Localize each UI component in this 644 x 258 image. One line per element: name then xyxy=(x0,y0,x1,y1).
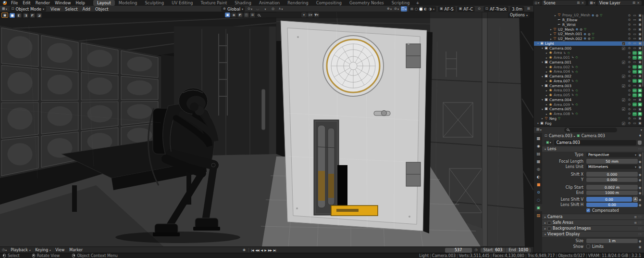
tab-animation[interactable]: Animation xyxy=(255,0,284,6)
play-reverse-button[interactable]: ◀ xyxy=(260,248,264,252)
lens-shift-v-slider[interactable]: 0.00 xyxy=(586,197,632,202)
outliner-row-u2-mesh-002[interactable]: ▸▽U2_Mesh.002⊕◍▽⊙▭▣ xyxy=(534,37,644,41)
select-mode-extend[interactable]: ◧ xyxy=(16,13,22,18)
properties-tab-scene-icon[interactable]: ◎ xyxy=(535,166,542,173)
disable-render-icon[interactable]: ▣ xyxy=(637,122,643,125)
tab-texture-paint[interactable]: Texture Paint xyxy=(197,0,231,6)
new-view-layer-icon[interactable]: ⊞ xyxy=(632,1,635,5)
hide-eye-icon[interactable]: ⊙ xyxy=(627,84,632,88)
outliner-row-area-007[interactable]: ▸◉Area.007↳◇⊙▭▣ xyxy=(534,79,644,84)
properties-tab-tool-icon[interactable]: ▩ xyxy=(535,135,542,142)
tab-geometry-nodes[interactable]: Geometry Nodes xyxy=(346,0,388,6)
panel-grip-icon[interactable]: ∷∷ xyxy=(638,147,642,151)
animate-dot[interactable]: ● xyxy=(638,186,642,189)
hide-eye-icon[interactable]: ⊙ xyxy=(627,70,632,74)
safe-areas-checkbox[interactable] xyxy=(547,221,551,225)
outliner-row-area-005[interactable]: ▸◉Area.005↳◇⊙▭▣ xyxy=(534,93,644,98)
new-scene-icon[interactable]: ⊞ xyxy=(577,1,580,5)
outliner-row-area-002[interactable]: ▸◉Area.002↳◇⊙▭▣ xyxy=(534,64,644,69)
exclude-checkbox[interactable]: ✓ xyxy=(622,47,625,50)
end-frame-field[interactable]: End1030 xyxy=(506,248,531,253)
select-mode-subtract[interactable]: ◨ xyxy=(23,13,28,18)
camera-panel-header[interactable]: ▸Camera≡∷∷ xyxy=(542,214,644,219)
outliner-row-camera-000[interactable]: ▾▣Camera.000✓⊙▭▣ xyxy=(534,46,644,51)
af-single-button[interactable]: ▣AF-S xyxy=(438,6,456,12)
remove-view-layer-icon[interactable]: × xyxy=(637,1,640,5)
fake-user-icon[interactable] xyxy=(638,141,642,145)
view-layer-name-field[interactable]: View Layer ⊞ × xyxy=(597,0,642,5)
disable-viewport-icon[interactable]: ▭ xyxy=(632,33,637,36)
hide-eye-icon[interactable]: ⊙ xyxy=(627,52,632,55)
background-images-panel-header[interactable]: ▸Background Images∷∷ xyxy=(542,225,644,231)
viewport-display-panel-header[interactable]: ▾Viewport Display∷∷ xyxy=(542,231,644,237)
proportional-editing-toggle[interactable]: ◎ xyxy=(270,6,276,12)
af-track-button[interactable]: ⊡AF-Track xyxy=(483,6,508,12)
outliner-row-camera-004[interactable]: ▾▣Camera.004✓⊙▭▣ xyxy=(534,98,644,103)
properties-scrollbar[interactable] xyxy=(642,152,644,195)
editor-type-button[interactable]: ▦▾ xyxy=(1,6,8,12)
menu-file[interactable]: File xyxy=(9,0,20,5)
expand-arrow-icon[interactable]: ▸ xyxy=(549,38,553,40)
panel-grip-icon[interactable]: ∷∷ xyxy=(638,227,642,231)
solid-shading-icon[interactable]: ● xyxy=(419,7,423,11)
disable-render-icon[interactable]: ▣ xyxy=(637,117,643,120)
animate-dot[interactable]: ● xyxy=(638,245,642,248)
filter-select-icon[interactable]: ◩ xyxy=(237,13,243,17)
animate-dot[interactable]: ● xyxy=(638,153,642,156)
panel-grip-icon[interactable]: ∷∷ xyxy=(638,215,642,219)
toggle-xray-icon[interactable]: ⊞ xyxy=(410,7,414,11)
disable-viewport-icon[interactable]: ▭ xyxy=(632,61,637,64)
hide-eye-icon[interactable]: ⊙ xyxy=(627,61,632,64)
outliner-row-area-004[interactable]: ▸◉Area.004↳◇⊙▭▣ xyxy=(534,69,644,74)
expand-arrow-icon[interactable]: ▸ xyxy=(549,28,553,31)
tab-compositing[interactable]: Compositing xyxy=(312,0,346,6)
properties-tab-view-layer-icon[interactable]: ▦ xyxy=(535,158,542,165)
properties-tab-texture-icon[interactable]: ▨ xyxy=(535,212,542,219)
panel-grip-icon[interactable]: ∷∷ xyxy=(638,232,642,236)
select-mode-intersect[interactable]: ◪ xyxy=(37,13,42,18)
start-frame-field[interactable]: Start603 xyxy=(481,248,506,253)
safe-areas-panel-header[interactable]: ▸Safe Areas≡∷∷ xyxy=(542,219,644,225)
outliner-row-area-009[interactable]: ▸◉Area.009↳◇⊙▭▣ xyxy=(534,102,644,107)
expand-arrow-icon[interactable]: ▸ xyxy=(545,103,548,106)
hide-eye-icon[interactable]: ⊙ xyxy=(627,75,632,78)
jump-to-end-button[interactable]: ▶| xyxy=(272,248,277,252)
outliner-row-r-wrist[interactable]: ⌐R_Wrist⊙▭▣ xyxy=(534,23,644,27)
properties-tab-constraints-icon[interactable]: ⊙ xyxy=(535,189,542,196)
camera-data-browse-button[interactable]: ▣▾ xyxy=(545,140,553,145)
hide-eye-icon[interactable]: ⊙ xyxy=(627,14,632,17)
hide-eye-icon[interactable]: ⊙ xyxy=(627,56,632,59)
disable-viewport-icon[interactable]: ▭ xyxy=(632,28,637,31)
disable-viewport-icon[interactable]: ▭ xyxy=(632,103,637,106)
timeline-menu-keying[interactable]: Keying ▾ xyxy=(33,248,53,252)
lens-shift-h-slider[interactable]: 0.00 xyxy=(586,203,638,207)
disable-viewport-icon[interactable]: ▭ xyxy=(632,75,637,78)
properties-search-box[interactable] xyxy=(564,128,617,132)
filter-object-icon[interactable]: ▣ xyxy=(225,13,230,17)
expand-arrow-icon[interactable]: ▾ xyxy=(536,42,540,45)
expand-arrow-icon[interactable]: ▾ xyxy=(541,84,544,87)
play-button[interactable]: ▶ xyxy=(263,248,267,252)
hide-eye-icon[interactable]: ⊙ xyxy=(627,117,632,120)
disable-viewport-icon[interactable]: ▭ xyxy=(632,84,637,88)
options-dropdown[interactable]: Options▾ xyxy=(508,13,530,18)
clip-end-field[interactable]: 1000 m xyxy=(586,191,638,195)
viewport-menu-select[interactable]: Select xyxy=(62,7,80,12)
outliner-row-camera-005[interactable]: ▾▣Camera.005✓⊙▭▣ xyxy=(534,107,644,112)
exclude-checkbox[interactable]: ✓ xyxy=(622,42,625,45)
jump-to-start-button[interactable]: |◀ xyxy=(250,248,255,252)
properties-tab-output-icon[interactable]: ▤ xyxy=(535,150,542,157)
disable-viewport-icon[interactable]: ▭ xyxy=(632,65,637,69)
disable-render-icon[interactable]: ▣ xyxy=(638,93,642,97)
shift-y-field[interactable]: 0.000 xyxy=(586,178,638,182)
breadcrumb-data[interactable]: Camera.003 xyxy=(582,134,605,138)
view-layer-browse-button[interactable]: ▦▾ xyxy=(588,0,596,5)
show-overlays-dropdown[interactable]: ⊘▾ xyxy=(394,6,399,12)
timeline-menu-view[interactable]: View xyxy=(53,248,67,252)
mode-dropdown[interactable]: ⊡Object Mode▾ xyxy=(10,6,46,12)
disable-viewport-icon[interactable]: ▭ xyxy=(632,93,637,97)
filter-dropdown[interactable]: ▾ xyxy=(301,13,307,17)
expand-arrow-icon[interactable]: ▸ xyxy=(545,70,548,73)
display-mode-dropdown[interactable]: ≡▾ xyxy=(308,13,313,17)
menu-window[interactable]: Window xyxy=(52,0,74,5)
